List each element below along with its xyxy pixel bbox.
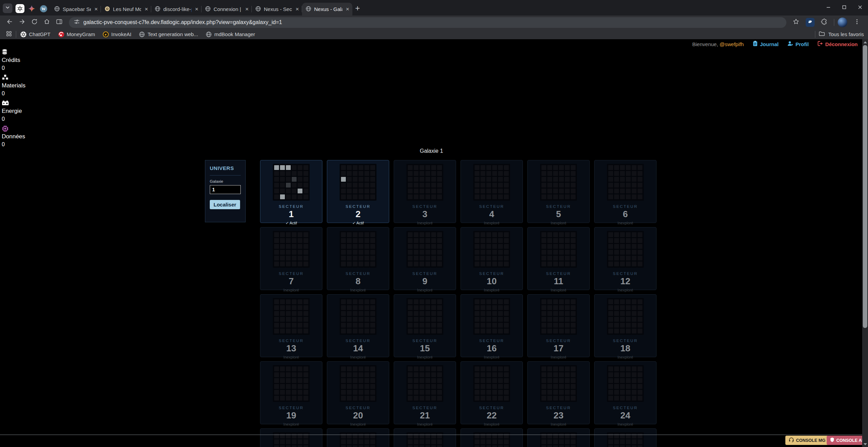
- sector-card-23[interactable]: SECTEUR23Inexploré: [527, 361, 590, 424]
- sector-card-5[interactable]: SECTEUR5Inexploré: [527, 160, 590, 223]
- minimap-cell: [303, 384, 308, 389]
- sector-card-partial-25[interactable]: [260, 428, 322, 447]
- minimap-cell: [541, 189, 546, 193]
- minimap-cell: [420, 384, 424, 389]
- minimap-cell: [608, 311, 613, 316]
- sector-card-partial-30[interactable]: [594, 428, 657, 447]
- home-button[interactable]: [41, 17, 53, 28]
- minimap-cell: [620, 250, 625, 255]
- minimap-cell: [571, 256, 576, 260]
- address-bar[interactable]: galactic-pve-conquest-c7fe.dev.flatlogic…: [69, 17, 786, 28]
- minimap-cell: [632, 384, 637, 389]
- sector-card-22[interactable]: SECTEUR22Inexploré: [461, 361, 523, 424]
- minimap-cell: [486, 323, 491, 328]
- minimap-cell: [298, 262, 302, 266]
- sector-card-10[interactable]: SECTEUR10Inexploré: [461, 227, 523, 290]
- tab-close-icon[interactable]: ×: [345, 6, 350, 12]
- sector-card-20[interactable]: SECTEUR20Inexploré: [327, 361, 389, 424]
- tab-discord-like-php-chat-7262-de[interactable]: discord-like-php-chat-7262.de×: [151, 3, 202, 15]
- openai-pinned-tab[interactable]: [16, 4, 24, 13]
- scrollbar-thumb[interactable]: [863, 45, 867, 328]
- tab-close-icon[interactable]: ×: [94, 6, 99, 12]
- bookmark-mdbook-manager[interactable]: mdBook Manager: [206, 31, 255, 38]
- sector-card-14[interactable]: SECTEUR14Inexploré: [327, 294, 389, 357]
- sector-card-11[interactable]: SECTEUR11Inexploré: [527, 227, 590, 290]
- page-scrollbar[interactable]: [862, 39, 868, 447]
- new-tab-button[interactable]: +: [355, 4, 360, 12]
- sector-card-7[interactable]: SECTEUR7Inexploré: [260, 227, 322, 290]
- apps-button[interactable]: [4, 29, 14, 40]
- sector-card-9[interactable]: SECTEUR9Inexploré: [394, 227, 456, 290]
- tab-spacebar-server[interactable]: Spacebar Server×: [51, 3, 101, 15]
- sector-card-12[interactable]: SECTEUR12Inexploré: [594, 227, 657, 290]
- localiser-button[interactable]: Localiser: [210, 200, 240, 209]
- minimap-cell: [364, 439, 369, 444]
- sector-card-partial-27[interactable]: [394, 428, 456, 447]
- all-bookmarks[interactable]: Tous les favoris: [815, 31, 864, 38]
- sector-card-3[interactable]: SECTEUR3Inexploré: [394, 160, 456, 223]
- maximize-button[interactable]: [836, 0, 852, 15]
- tab-close-icon[interactable]: ×: [245, 6, 249, 12]
- tab-les-neuf-mondes-de-la-mythol[interactable]: Les Neuf Mondes de la Mythol×: [101, 3, 151, 15]
- sector-card-partial-29[interactable]: [527, 428, 590, 447]
- gemini-pinned-tab[interactable]: [27, 4, 36, 13]
- profil-link[interactable]: Profil: [787, 41, 808, 47]
- tab-search-button[interactable]: [3, 3, 12, 13]
- galaxie-input[interactable]: [210, 185, 241, 194]
- sector-card-21[interactable]: SECTEUR21Inexploré: [394, 361, 456, 424]
- tab-nexus-secteur-alpha-g1[interactable]: Nexus - Secteur Alpha [G1]×: [252, 3, 302, 15]
- minimap-cell: [425, 384, 430, 389]
- sector-card-17[interactable]: SECTEUR17Inexploré: [527, 294, 590, 357]
- console-mg-button[interactable]: CONSOLE MG: [785, 436, 829, 445]
- bookmark-chatgpt[interactable]: ChatGPT: [20, 31, 51, 38]
- sector-card-2[interactable]: SECTEUR2✓ Actif: [327, 160, 389, 223]
- minimap-cell: [437, 366, 442, 371]
- sector-card-6[interactable]: SECTEUR6Inexploré: [594, 160, 657, 223]
- minimap-cell: [280, 299, 285, 304]
- forward-button[interactable]: [16, 17, 28, 28]
- minimap-cell: [280, 171, 285, 176]
- reload-button[interactable]: [28, 17, 41, 28]
- sector-card-15[interactable]: SECTEUR15Inexploré: [394, 294, 456, 357]
- close-window-button[interactable]: [852, 0, 868, 15]
- sector-card-24[interactable]: SECTEUR24Inexploré: [594, 361, 657, 424]
- minimize-button[interactable]: [820, 0, 836, 15]
- profile-avatar[interactable]: [838, 18, 847, 27]
- sector-card-partial-28[interactable]: [461, 428, 523, 447]
- sector-card-1[interactable]: SECTEUR1✓ Actif: [260, 160, 322, 223]
- extensions-menu-button[interactable]: [818, 17, 830, 28]
- console-adm-button[interactable]: CONSOLE ADMIN: [827, 436, 868, 445]
- logout-link[interactable]: Déconnexion: [818, 41, 858, 47]
- sector-number: 23: [528, 410, 589, 421]
- tab-close-icon[interactable]: ×: [295, 6, 300, 12]
- minimap-cell: [303, 396, 308, 401]
- bookmark-invokeai[interactable]: InvokeAI: [103, 31, 131, 38]
- scroll-up-button[interactable]: [862, 39, 868, 45]
- minimap-cell: [274, 262, 279, 266]
- sector-card-16[interactable]: SECTEUR16Inexploré: [461, 294, 523, 357]
- extension-button[interactable]: [806, 18, 815, 27]
- sector-card-13[interactable]: SECTEUR13Inexploré: [260, 294, 322, 357]
- bookmark-text-generation-web[interactable]: Text generation web...: [139, 31, 198, 38]
- star-icon: [793, 18, 799, 26]
- tab-close-icon[interactable]: ×: [144, 6, 149, 12]
- browser-menu-button[interactable]: [851, 17, 863, 28]
- bookmark-moneygram[interactable]: MoneyGram: [58, 31, 95, 38]
- bookmark-star-button[interactable]: [790, 17, 802, 28]
- scroll-down-button[interactable]: [862, 441, 868, 447]
- tab-connexion-corvara[interactable]: Connexion | Corvara×: [202, 3, 252, 15]
- journal-link[interactable]: Journal: [753, 41, 778, 47]
- side-panel-button[interactable]: [53, 17, 65, 28]
- minimap-cell: [480, 366, 485, 371]
- wordpress-pinned-tab[interactable]: W: [39, 4, 48, 13]
- sector-card-partial-26[interactable]: [327, 428, 389, 447]
- tab-close-icon[interactable]: ×: [194, 6, 199, 12]
- minimap-cell: [565, 171, 570, 176]
- sector-card-19[interactable]: SECTEUR19Inexploré: [260, 361, 322, 424]
- sector-card-8[interactable]: SECTEUR8Inexploré: [327, 227, 389, 290]
- back-button[interactable]: [3, 17, 16, 28]
- sector-card-4[interactable]: SECTEUR4Inexploré: [461, 160, 523, 223]
- minimap-cell: [364, 250, 369, 255]
- sector-card-18[interactable]: SECTEUR18Inexploré: [594, 294, 657, 357]
- tab-nexus-galaxie-1[interactable]: Nexus - Galaxie 1×: [302, 3, 352, 15]
